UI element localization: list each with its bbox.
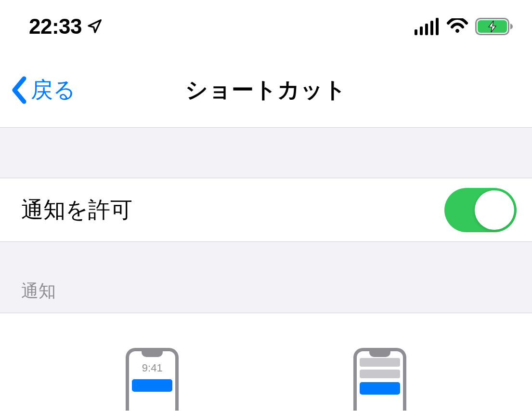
notification-banner-icon (132, 379, 172, 392)
notification-preview-section: 9:41 (0, 313, 532, 411)
toggle-knob (475, 190, 514, 230)
phone-frame-icon: 9:41 (126, 348, 179, 411)
back-label: 戻る (31, 75, 76, 105)
lock-screen-preview[interactable]: 9:41 (104, 348, 200, 411)
phone-frame-icon (353, 348, 406, 411)
notification-center-preview[interactable] (332, 348, 428, 411)
section-header: 通知 (0, 242, 532, 313)
page-title: ショートカット (185, 75, 347, 105)
battery-charging-icon (475, 18, 513, 35)
list-line-icon (360, 358, 400, 367)
location-icon (87, 19, 102, 34)
phone-notch (142, 351, 163, 357)
allow-notifications-label: 通知を許可 (21, 195, 132, 225)
spacer (0, 128, 532, 178)
svg-rect-2 (425, 24, 428, 35)
svg-rect-4 (436, 18, 439, 35)
cellular-icon (415, 18, 440, 35)
back-button[interactable]: 戻る (0, 75, 76, 105)
allow-notifications-row: 通知を許可 (0, 178, 532, 242)
svg-rect-3 (430, 21, 433, 35)
chevron-left-icon (10, 76, 29, 105)
list-line-icon (360, 370, 400, 378)
status-left: 22:33 (29, 14, 102, 39)
status-time: 22:33 (29, 14, 82, 39)
navigation-bar: 戻る ショートカット (0, 53, 532, 128)
notification-banner-icon (360, 382, 400, 395)
svg-rect-1 (420, 27, 423, 35)
allow-notifications-toggle[interactable] (444, 188, 517, 232)
wifi-icon (446, 18, 468, 35)
phone-preview-time: 9:41 (129, 362, 175, 374)
phone-notch (369, 351, 390, 357)
status-bar: 22:33 (0, 0, 532, 53)
status-right (415, 18, 513, 35)
section-header-label: 通知 (21, 279, 56, 303)
svg-rect-0 (415, 29, 417, 35)
